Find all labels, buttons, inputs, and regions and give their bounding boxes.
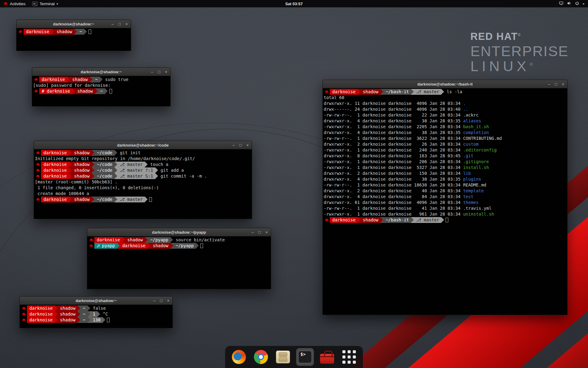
close-button[interactable]: × [167,298,169,303]
terminal-cursor [446,218,448,222]
prompt-segment: ⎇ master [414,89,441,95]
terminal-text: aliases [463,118,481,124]
redhat-prompt-icon [35,167,41,173]
powerline-arrow-icon [115,162,117,167]
prompt-segment: pyapp [94,243,117,249]
terminal-line: -rw-rw-r--. 1 darknoise darknoise 41 Jan… [324,205,567,211]
powerline-arrow-icon [90,77,92,82]
window-title: darknoise@shadow:~/pyapp [152,230,206,235]
system-menu[interactable]: ▾ [556,0,587,7]
prompt-segment: darknoise [41,162,69,167]
maximize-button[interactable]: □ [555,82,557,86]
dock-item-chrome[interactable] [252,348,270,366]
close-button[interactable]: × [125,22,128,26]
prompt-segment: 130 [90,317,103,323]
terminal-line: -rwxrwxr-x. 1 darknoise darknoise 240 Ja… [324,147,567,153]
screen-icon [559,1,564,6]
terminal-text: template [463,188,484,194]
powerline-arrow-icon [92,173,94,179]
terminal-body[interactable]: darknoiseshadow~ falsedarknoiseshadow~1 … [20,305,172,328]
terminal-text: .. [463,106,468,112]
window-titlebar[interactable]: darknoise@shadow:~/code–□× [34,141,252,149]
terminal-text: source bin/activate [173,237,225,243]
redhat-prompt-icon [21,305,27,311]
prompt-segment: darknoise [39,77,67,82]
maximize-button[interactable]: □ [160,298,163,303]
powerline-arrow-icon [115,167,117,173]
dock-item-toolbox[interactable] [318,348,336,366]
minimize-button[interactable]: – [111,22,114,26]
prompt-segment: darknoise [24,29,51,35]
terminal-cursor [107,318,110,322]
terminal-text: create mode 100644 a [35,191,89,197]
powerline-arrow-icon [92,150,94,156]
window-titlebar[interactable]: darknoise@shadow:~/pyapp–□× [87,228,271,236]
terminal-body[interactable]: darknoiseshadow~/code git initInitialize… [34,149,252,219]
redhat-prompt-icon [324,89,330,95]
redhat-prompt-icon [21,317,27,323]
powerline-arrow-icon [77,311,80,317]
close-button[interactable]: × [265,230,268,235]
terminal-text: drwxrwxr-x. 11 darknoise darknoise 4096 … [324,101,463,106]
maximize-button[interactable]: □ [158,70,160,74]
terminal-line: drwxrwxr-x. 2 darknoise darknoise 40 Jan… [324,188,567,194]
terminal-line: 1 file changed, 0 insertions(+), 0 delet… [35,185,252,191]
prompt-segment: darknoise [120,243,148,249]
terminal-line: # darknoiseshadow~ [33,88,170,94]
powerline-arrow-icon [380,89,383,95]
powerline-arrow-icon [69,150,72,156]
app-menu[interactable]: >_ Terminal ▾ [29,0,61,7]
terminal-text: -rw-rw-r--. 1 darknoise darknoise 3622 J… [324,136,502,141]
powerline-arrow-icon [77,305,80,311]
terminal-line: darknoiseshadow~/code git init [35,150,252,156]
minimize-button[interactable]: – [251,230,254,235]
prompt-segment: darknoise [41,173,69,179]
prompt-segment: darknoise [94,237,122,243]
powerline-arrow-icon [92,162,94,167]
terminal-body[interactable]: darknoiseshadow~/pyapp source bin/activa… [87,236,271,289]
dock-item-app-grid[interactable] [340,348,358,366]
terminal-text: bash_it.sh [463,124,489,130]
minimize-button[interactable]: – [548,82,550,86]
window-titlebar[interactable]: darknoise@shadow:~–□× [17,20,131,28]
close-button[interactable]: × [562,82,564,86]
window-titlebar[interactable]: darknoise@shadow:~/bash-it–□× [323,80,567,88]
minimize-button[interactable]: – [151,70,153,74]
maximize-button[interactable]: □ [239,143,242,148]
maximize-button[interactable]: □ [258,230,261,235]
prompt-segment: ~/code [94,173,115,179]
dock-item-archive-manager[interactable] [274,348,292,366]
powerline-arrow-icon [67,77,70,82]
prompt-segment: shadow [70,77,90,82]
terminal-line: darknoiseshadow~ sudo true [33,77,170,82]
powerline-arrow-icon [148,243,150,249]
minimize-button[interactable]: – [153,298,155,303]
window-titlebar[interactable]: darknoise@shadow:~–□× [32,68,170,76]
activities-button[interactable]: Activities [0,0,29,7]
redhat-prompt-icon [17,29,24,35]
prompt-segment: ⎇ master [117,162,145,167]
toolbox-icon [320,354,334,364]
terminal-body[interactable]: darknoiseshadow~ [17,28,131,51]
chevron-down-icon: ▾ [56,2,58,6]
dock-item-firefox[interactable] [230,348,248,366]
powerline-arrow-icon [55,311,58,317]
terminal-body[interactable]: darknoiseshadow~ sudo true[sudo] passwor… [32,76,170,106]
dock-item-terminal[interactable]: $> [296,348,314,366]
terminal-line: drwxrwxr-x. 11 darknoise darknoise 4096 … [324,101,567,106]
powerline-arrow-icon [97,311,100,317]
maximize-button[interactable]: □ [119,22,121,26]
redhat-icon [3,2,8,6]
terminal-body[interactable]: darknoiseshadow~/bash-it⎇ master ls -lat… [323,88,567,315]
minimize-button[interactable]: – [232,143,235,148]
terminal-text: ls -la [444,89,462,95]
terminal-text: drwxrwxr-x. 8 darknoise darknoise 163 Ja… [324,153,463,159]
terminal-line: drwx------. 24 darknoise darknoise 4096 … [324,106,567,112]
window-titlebar[interactable]: darknoise@shadow:~–□× [20,297,172,305]
terminal-text: total 68 [324,95,344,101]
close-button[interactable]: × [165,70,167,74]
powerline-arrow-icon [88,305,90,311]
clock[interactable]: Sat 03:57 [285,2,303,6]
terminal-line: drwxrwxr-x. 2 darknoise darknoise 26 Jan… [324,141,567,147]
close-button[interactable]: × [246,143,249,148]
